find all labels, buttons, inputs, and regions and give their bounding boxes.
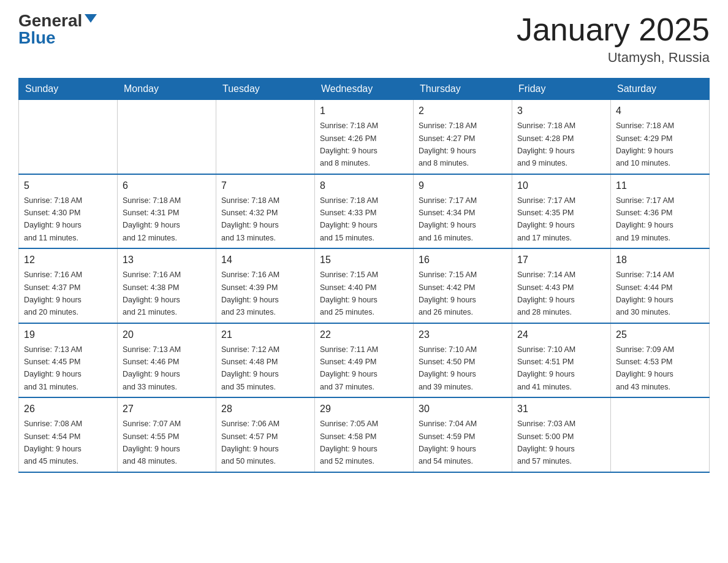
column-header-sunday: Sunday xyxy=(19,79,118,100)
day-number: 20 xyxy=(123,327,211,342)
day-number: 31 xyxy=(517,402,605,416)
day-number: 2 xyxy=(419,104,507,118)
day-info: Sunrise: 7:14 AM Sunset: 4:43 PM Dayligh… xyxy=(517,270,575,316)
title-area: January 2025 Utamysh, Russia xyxy=(517,12,710,66)
calendar-cell: 26Sunrise: 7:08 AM Sunset: 4:54 PM Dayli… xyxy=(19,397,118,472)
calendar-cell xyxy=(19,100,118,174)
calendar-title: January 2025 xyxy=(517,12,710,47)
day-number: 12 xyxy=(24,253,112,267)
calendar-cell xyxy=(611,397,710,472)
calendar-cell: 22Sunrise: 7:11 AM Sunset: 4:49 PM Dayli… xyxy=(315,323,414,398)
day-number: 21 xyxy=(221,327,309,342)
page-header: General Blue January 2025 Utamysh, Russi… xyxy=(18,12,710,66)
header-row: SundayMondayTuesdayWednesdayThursdayFrid… xyxy=(19,79,710,100)
calendar-cell: 11Sunrise: 7:17 AM Sunset: 4:36 PM Dayli… xyxy=(611,174,710,249)
day-number: 17 xyxy=(517,253,605,267)
calendar-cell: 18Sunrise: 7:14 AM Sunset: 4:44 PM Dayli… xyxy=(611,248,710,323)
column-header-tuesday: Tuesday xyxy=(216,79,315,100)
calendar-table: SundayMondayTuesdayWednesdayThursdayFrid… xyxy=(18,78,710,473)
column-header-thursday: Thursday xyxy=(414,79,512,100)
day-number: 5 xyxy=(24,178,112,193)
calendar-cell: 31Sunrise: 7:03 AM Sunset: 5:00 PM Dayli… xyxy=(512,397,611,472)
day-info: Sunrise: 7:18 AM Sunset: 4:32 PM Dayligh… xyxy=(221,196,279,242)
day-info: Sunrise: 7:07 AM Sunset: 4:55 PM Dayligh… xyxy=(123,419,181,465)
day-number: 6 xyxy=(123,178,211,193)
calendar-cell: 4Sunrise: 7:18 AM Sunset: 4:29 PM Daylig… xyxy=(611,100,710,174)
calendar-cell: 21Sunrise: 7:12 AM Sunset: 4:48 PM Dayli… xyxy=(216,323,315,398)
day-info: Sunrise: 7:11 AM Sunset: 4:49 PM Dayligh… xyxy=(320,345,378,391)
column-header-monday: Monday xyxy=(118,79,216,100)
logo-triangle-icon xyxy=(85,14,97,23)
week-row-4: 19Sunrise: 7:13 AM Sunset: 4:45 PM Dayli… xyxy=(19,323,710,398)
day-info: Sunrise: 7:04 AM Sunset: 4:59 PM Dayligh… xyxy=(419,419,477,465)
day-info: Sunrise: 7:18 AM Sunset: 4:28 PM Dayligh… xyxy=(517,121,575,167)
day-info: Sunrise: 7:06 AM Sunset: 4:57 PM Dayligh… xyxy=(221,419,279,465)
day-info: Sunrise: 7:10 AM Sunset: 4:51 PM Dayligh… xyxy=(517,345,575,391)
day-info: Sunrise: 7:14 AM Sunset: 4:44 PM Dayligh… xyxy=(616,270,674,316)
day-number: 16 xyxy=(419,253,507,267)
calendar-cell: 3Sunrise: 7:18 AM Sunset: 4:28 PM Daylig… xyxy=(512,100,611,174)
week-row-3: 12Sunrise: 7:16 AM Sunset: 4:37 PM Dayli… xyxy=(19,248,710,323)
calendar-cell: 16Sunrise: 7:15 AM Sunset: 4:42 PM Dayli… xyxy=(414,248,512,323)
day-info: Sunrise: 7:16 AM Sunset: 4:38 PM Dayligh… xyxy=(123,270,181,316)
day-info: Sunrise: 7:15 AM Sunset: 4:40 PM Dayligh… xyxy=(320,270,378,316)
day-info: Sunrise: 7:18 AM Sunset: 4:29 PM Dayligh… xyxy=(616,121,674,167)
day-number: 22 xyxy=(320,327,408,342)
calendar-cell: 7Sunrise: 7:18 AM Sunset: 4:32 PM Daylig… xyxy=(216,174,315,249)
calendar-cell: 15Sunrise: 7:15 AM Sunset: 4:40 PM Dayli… xyxy=(315,248,414,323)
day-info: Sunrise: 7:17 AM Sunset: 4:34 PM Dayligh… xyxy=(419,196,477,242)
logo: General Blue xyxy=(18,12,97,47)
calendar-cell: 17Sunrise: 7:14 AM Sunset: 4:43 PM Dayli… xyxy=(512,248,611,323)
day-number: 13 xyxy=(123,253,211,267)
day-info: Sunrise: 7:18 AM Sunset: 4:30 PM Dayligh… xyxy=(24,196,82,242)
week-row-1: 1Sunrise: 7:18 AM Sunset: 4:26 PM Daylig… xyxy=(19,100,710,174)
day-number: 4 xyxy=(616,104,704,118)
column-header-friday: Friday xyxy=(512,79,611,100)
calendar-cell: 10Sunrise: 7:17 AM Sunset: 4:35 PM Dayli… xyxy=(512,174,611,249)
day-number: 14 xyxy=(221,253,309,267)
day-number: 25 xyxy=(616,327,704,342)
day-info: Sunrise: 7:13 AM Sunset: 4:46 PM Dayligh… xyxy=(123,345,181,391)
day-info: Sunrise: 7:13 AM Sunset: 4:45 PM Dayligh… xyxy=(24,345,82,391)
day-number: 26 xyxy=(24,402,112,416)
calendar-cell: 5Sunrise: 7:18 AM Sunset: 4:30 PM Daylig… xyxy=(19,174,118,249)
logo-blue-text: Blue xyxy=(18,29,56,47)
day-number: 19 xyxy=(24,327,112,342)
day-info: Sunrise: 7:18 AM Sunset: 4:31 PM Dayligh… xyxy=(123,196,181,242)
calendar-cell: 6Sunrise: 7:18 AM Sunset: 4:31 PM Daylig… xyxy=(118,174,216,249)
column-header-saturday: Saturday xyxy=(611,79,710,100)
calendar-cell: 30Sunrise: 7:04 AM Sunset: 4:59 PM Dayli… xyxy=(414,397,512,472)
calendar-cell: 14Sunrise: 7:16 AM Sunset: 4:39 PM Dayli… xyxy=(216,248,315,323)
calendar-cell: 20Sunrise: 7:13 AM Sunset: 4:46 PM Dayli… xyxy=(118,323,216,398)
day-number: 27 xyxy=(123,402,211,416)
day-info: Sunrise: 7:17 AM Sunset: 4:36 PM Dayligh… xyxy=(616,196,674,242)
week-row-5: 26Sunrise: 7:08 AM Sunset: 4:54 PM Dayli… xyxy=(19,397,710,472)
day-info: Sunrise: 7:16 AM Sunset: 4:39 PM Dayligh… xyxy=(221,270,279,316)
day-info: Sunrise: 7:05 AM Sunset: 4:58 PM Dayligh… xyxy=(320,419,378,465)
day-info: Sunrise: 7:09 AM Sunset: 4:53 PM Dayligh… xyxy=(616,345,674,391)
calendar-subtitle: Utamysh, Russia xyxy=(517,50,710,66)
calendar-cell: 12Sunrise: 7:16 AM Sunset: 4:37 PM Dayli… xyxy=(19,248,118,323)
day-number: 7 xyxy=(221,178,309,193)
week-row-2: 5Sunrise: 7:18 AM Sunset: 4:30 PM Daylig… xyxy=(19,174,710,249)
calendar-cell: 23Sunrise: 7:10 AM Sunset: 4:50 PM Dayli… xyxy=(414,323,512,398)
day-info: Sunrise: 7:12 AM Sunset: 4:48 PM Dayligh… xyxy=(221,345,279,391)
day-info: Sunrise: 7:03 AM Sunset: 5:00 PM Dayligh… xyxy=(517,419,575,465)
day-number: 23 xyxy=(419,327,507,342)
calendar-cell xyxy=(118,100,216,174)
day-info: Sunrise: 7:15 AM Sunset: 4:42 PM Dayligh… xyxy=(419,270,477,316)
logo-general-text: General xyxy=(18,12,82,29)
day-number: 10 xyxy=(517,178,605,193)
calendar-cell: 29Sunrise: 7:05 AM Sunset: 4:58 PM Dayli… xyxy=(315,397,414,472)
day-info: Sunrise: 7:17 AM Sunset: 4:35 PM Dayligh… xyxy=(517,196,575,242)
calendar-cell: 28Sunrise: 7:06 AM Sunset: 4:57 PM Dayli… xyxy=(216,397,315,472)
day-number: 3 xyxy=(517,104,605,118)
day-info: Sunrise: 7:18 AM Sunset: 4:26 PM Dayligh… xyxy=(320,121,378,167)
calendar-cell: 27Sunrise: 7:07 AM Sunset: 4:55 PM Dayli… xyxy=(118,397,216,472)
day-info: Sunrise: 7:16 AM Sunset: 4:37 PM Dayligh… xyxy=(24,270,82,316)
day-number: 24 xyxy=(517,327,605,342)
calendar-cell xyxy=(216,100,315,174)
calendar-cell: 1Sunrise: 7:18 AM Sunset: 4:26 PM Daylig… xyxy=(315,100,414,174)
calendar-cell: 2Sunrise: 7:18 AM Sunset: 4:27 PM Daylig… xyxy=(414,100,512,174)
day-number: 11 xyxy=(616,178,704,193)
